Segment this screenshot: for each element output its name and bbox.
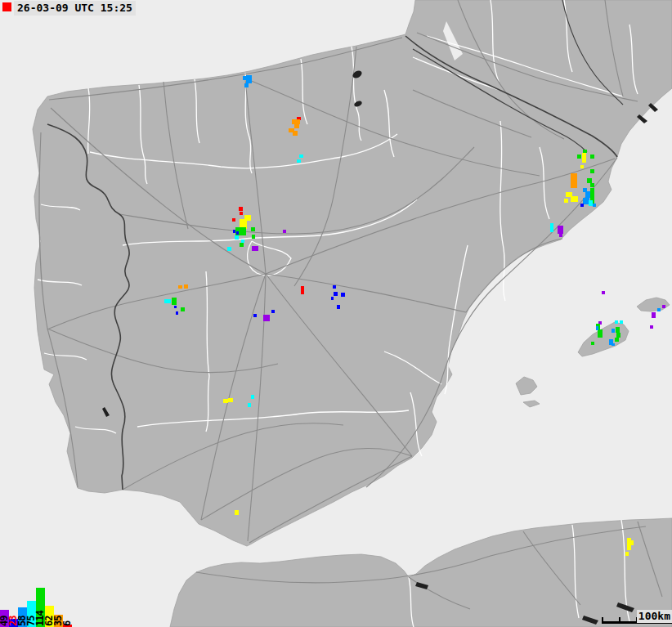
lightning-strike [662,305,665,308]
lightning-strike [228,398,233,402]
lightning-strike [577,155,581,159]
lightning-strike [580,165,584,168]
lightning-strike [652,312,656,318]
lightning-strike [337,305,340,309]
lightning-strike [235,235,239,240]
lightning-strike [253,314,257,317]
lightning-strike [240,243,244,247]
strike-count-legend: 4923587511462356 [0,576,72,627]
lightning-strike [283,230,286,233]
legend-bar-value: 6 [63,621,72,626]
lightning-strike [271,310,275,313]
scale-tick [602,617,603,624]
lightning-strike [550,223,553,232]
lightning-strike [244,83,249,87]
lightning-strike [571,196,578,202]
lightning-strike [232,218,235,222]
lightning-strike [612,343,615,346]
lightning-strike [596,326,598,330]
lightning-strike [164,299,171,303]
timestamp-label: 26-03-09 UTC 15:25 [14,1,136,16]
lightning-strike [178,285,182,289]
lightning-strike [625,552,629,556]
lightning-map-app: 26-03-09 UTC 15:25 4923587511462356 100k… [0,0,672,627]
lightning-strike [233,230,235,233]
legend-bar: 35 [54,576,63,627]
lightning-strike [630,540,634,545]
lightning-strike [241,240,244,243]
lightning-strike [602,291,605,294]
lightning-strike [293,131,298,136]
lightning-strike [246,75,252,83]
lightning-strike [240,212,243,215]
lightning-strike [236,231,239,235]
lightning-strike [593,204,596,207]
lightning-strike [590,169,594,173]
lightning-strike [590,183,594,187]
legend-bar: 6 [63,576,72,627]
lightning-strike [334,292,338,296]
lightning-strike [615,320,618,324]
lightning-strike [615,338,619,342]
lightning-strike [559,233,562,237]
lightning-strike [227,247,231,251]
lightning-strike [174,306,177,308]
lightning-strike [301,286,304,294]
lightning-strike [252,235,255,239]
lightning-strike [333,285,336,289]
lightning-strike [181,307,185,311]
lightning-strike [251,227,255,231]
lightning-strike [184,284,188,289]
lightning-strike [590,155,594,159]
lightning-strikes-layer [0,0,672,627]
lightning-strike [294,124,299,128]
lightning-strike [248,403,251,407]
lightning-strike [331,297,334,300]
lightning-strike [598,329,603,338]
lightning-strike [235,510,239,515]
lightning-strike [341,293,345,297]
lightning-strike [620,320,623,324]
lightning-strike [297,159,301,163]
lightning-strike [251,395,254,399]
scale-tick [619,617,620,624]
lightning-strike [252,246,258,251]
lightning-strike [571,173,577,188]
lightning-strike [239,207,243,211]
lightning-strike [564,199,568,203]
lightning-strike [172,298,177,305]
lightning-strike [591,342,594,345]
red-marker-icon [2,2,11,11]
lightning-strike [176,311,178,315]
lightning-strike [650,325,653,329]
lightning-strike [616,327,620,333]
lightning-strike [612,329,615,333]
lightning-strike [657,308,661,311]
lightning-strike [580,204,584,207]
lightning-strike [263,315,270,321]
lightning-strike [299,155,303,158]
scale-label: 100km [637,610,672,623]
lightning-strike [582,153,586,163]
map-scale-bar: 100km [602,610,672,627]
